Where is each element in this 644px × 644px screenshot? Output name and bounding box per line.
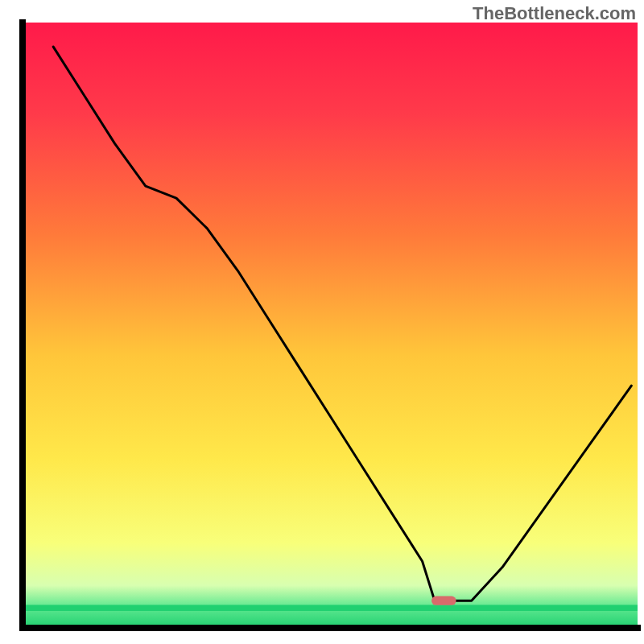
bottleneck-chart: TheBottleneck.com: [0, 0, 644, 644]
watermark-text: TheBottleneck.com: [473, 3, 636, 24]
optimal-marker: [431, 597, 456, 605]
svg-rect-2: [23, 605, 638, 611]
svg-rect-1: [23, 23, 638, 628]
chart-svg: [0, 0, 644, 644]
